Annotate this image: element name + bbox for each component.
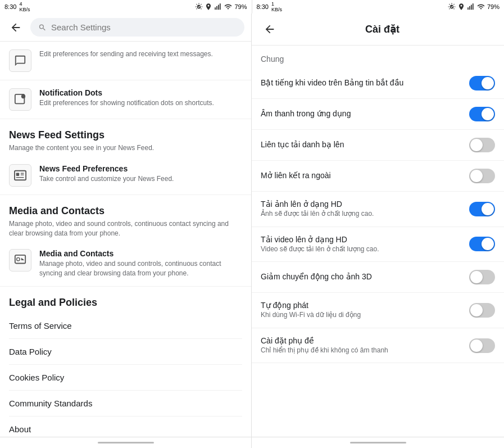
toggle-3[interactable] (469, 169, 495, 183)
alarm-icon (195, 3, 203, 11)
toggle-row-1: Âm thanh trong ứng dụng (252, 99, 504, 130)
location-icon-r (457, 3, 465, 11)
toggle-7[interactable] (469, 303, 495, 318)
toggle-label-7: Tự động phát Khi dùng Wi-Fi và dữ liệu d… (261, 301, 361, 320)
toggle-row-7: Tự động phát Khi dùng Wi-Fi và dữ liệu d… (252, 293, 504, 328)
svg-rect-0 (215, 7, 216, 10)
right-bottom-bar (252, 437, 504, 448)
left-time: 8:30 4KB/s (4, 1, 30, 12)
community-standards-link[interactable]: Community Standards (9, 391, 242, 417)
right-panel-title: Cài đặt (288, 23, 477, 35)
sms-item[interactable]: Edit preferences for sending and receivi… (0, 42, 251, 80)
toggle-label-1: Âm thanh trong ứng dụng (261, 109, 351, 119)
sms-text: Edit preferences for sending and receivi… (39, 49, 213, 59)
toggle-6[interactable] (469, 270, 495, 284)
search-input[interactable] (51, 22, 237, 32)
right-home-indicator (350, 442, 406, 444)
left-bottom-bar (0, 437, 252, 448)
toggle-label-8: Cài đặt phụ đề Chỉ hiển thị phụ đề khi k… (261, 336, 388, 355)
right-status-bar: 8:30 1KB/s 79% (252, 0, 505, 13)
right-back-button[interactable] (261, 20, 279, 38)
toggle-label-2: Liên tục tải danh bạ lên (261, 140, 344, 150)
right-time: 8:30 1KB/s (257, 1, 282, 12)
media-contacts-icon (9, 249, 31, 271)
toggle-2[interactable] (469, 138, 495, 152)
cookies-policy-link[interactable]: Cookies Policy (9, 365, 242, 391)
search-bar (0, 13, 251, 42)
back-arrow-icon (10, 21, 22, 34)
svg-rect-7 (473, 3, 474, 10)
svg-rect-5 (469, 6, 470, 10)
signal-icon (214, 3, 222, 11)
panels: Edit preferences for sending and receivi… (0, 13, 504, 437)
toggle-label-5: Tải video lên ở dạng HD Video sẽ được tả… (261, 235, 379, 254)
alarm-icon-r (448, 3, 456, 11)
toggle-row-8: Cài đặt phụ đề Chỉ hiển thị phụ đề khi k… (252, 328, 504, 364)
toggle-0[interactable] (469, 76, 495, 90)
sms-icon-svg (14, 55, 26, 67)
svg-rect-4 (467, 7, 469, 10)
search-icon (38, 23, 47, 32)
media-contacts-text: Media and Contacts Manage photo, video a… (39, 249, 242, 278)
left-scroll-area: Edit preferences for sending and receivi… (0, 42, 251, 437)
right-back-arrow-icon (264, 23, 276, 35)
left-battery: 79% (234, 3, 247, 10)
status-bars: 8:30 4KB/s 79% 8:30 1KB/s 79% (0, 0, 504, 13)
right-header: Cài đặt (252, 13, 504, 46)
notification-dots-icon (9, 88, 31, 111)
toggle-5[interactable] (469, 237, 495, 251)
toggle-row-4: Tải ảnh lên ở dạng HD Ảnh sẽ được tải lê… (252, 192, 504, 227)
left-back-button[interactable] (7, 19, 25, 37)
chung-label: Chung (252, 46, 504, 68)
toggle-label-6: Giảm chuyển động cho ảnh 3D (261, 272, 372, 282)
toggle-label-4: Tải ảnh lên ở dạng HD Ảnh sẽ được tải lê… (261, 200, 374, 219)
left-home-indicator (98, 442, 154, 444)
left-status-bar: 8:30 4KB/s 79% (0, 0, 252, 13)
sms-icon (9, 49, 31, 72)
svg-rect-1 (217, 6, 218, 10)
left-status-icons: 79% (195, 3, 247, 11)
left-panel: Edit preferences for sending and receivi… (0, 13, 252, 437)
data-policy-link[interactable]: Data Policy (9, 339, 242, 365)
svg-rect-11 (16, 173, 20, 176)
svg-point-9 (21, 94, 25, 98)
wifi-icon (224, 3, 233, 11)
toggle-row-6: Giảm chuyển động cho ảnh 3D (252, 262, 504, 293)
right-scroll-area: Chung Bật tiếng khi video trên Bảng tin … (252, 46, 504, 437)
right-panel: Cài đặt Chung Bật tiếng khi video trên B… (252, 13, 504, 437)
svg-rect-3 (220, 3, 221, 10)
toggle-label-3: Mở liên kết ra ngoài (261, 171, 331, 181)
notification-dots-item[interactable]: Notification Dots Edit preferences for s… (0, 80, 251, 119)
media-contacts-item[interactable]: Media and Contacts Manage photo, video a… (0, 241, 251, 287)
dots-icon-svg (14, 93, 26, 106)
toggle-8[interactable] (469, 338, 495, 353)
svg-rect-2 (218, 5, 219, 10)
toggle-row-5: Tải video lên ở dạng HD Video sẽ được tả… (252, 227, 504, 263)
notification-dots-text: Notification Dots Edit preferences for s… (39, 88, 214, 108)
news-feed-preferences-item[interactable]: News Feed Preferences Take control and c… (0, 156, 251, 195)
news-feed-icon-svg (14, 169, 26, 182)
news-feed-preferences-text: News Feed Preferences Take control and c… (39, 164, 174, 184)
terms-link[interactable]: Terms of Service (9, 313, 242, 339)
media-icon-svg (14, 254, 26, 266)
svg-point-16 (17, 258, 20, 261)
right-status-icons: 79% (448, 3, 500, 11)
bottom-nav (0, 437, 504, 448)
right-battery: 79% (487, 3, 500, 10)
location-icon (205, 3, 212, 11)
legal-section: Legal and Policies Terms of Service Data… (0, 287, 251, 437)
toggle-row-0: Bật tiếng khi video trên Bảng tin bắt đầ… (252, 68, 504, 99)
about-link[interactable]: About (9, 417, 242, 437)
search-input-container[interactable] (30, 18, 244, 37)
wifi-icon-r (476, 3, 485, 11)
toggle-row-2: Liên tục tải danh bạ lên (252, 130, 504, 161)
toggle-1[interactable] (469, 107, 495, 121)
media-section-header: Media and Contacts Manage photo, video a… (0, 195, 251, 242)
toggle-4[interactable] (469, 202, 495, 216)
news-feed-section-header: News Feed Settings Manage the content yo… (0, 119, 251, 156)
signal-icon-r (467, 3, 475, 11)
toggle-row-3: Mở liên kết ra ngoài (252, 161, 504, 192)
svg-rect-6 (471, 5, 472, 10)
news-feed-icon (9, 164, 31, 187)
toggle-label-0: Bật tiếng khi video trên Bảng tin bắt đầ… (261, 78, 403, 88)
